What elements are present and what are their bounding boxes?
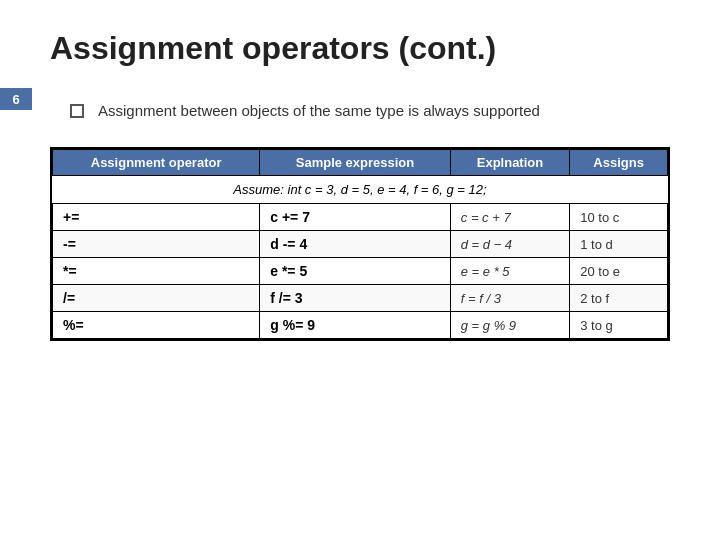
table-row: *=e *= 5e = e * 520 to e xyxy=(53,258,668,285)
slide-title: Assignment operators (cont.) xyxy=(0,0,720,82)
table-row: /=f /= 3f = f / 32 to f xyxy=(53,285,668,312)
table-row: +=c += 7c = c + 710 to c xyxy=(53,204,668,231)
slide-number: 6 xyxy=(0,88,32,110)
table-header-row: Assignment operator Sample expression Ex… xyxy=(53,150,668,176)
cell-sample: d -= 4 xyxy=(260,231,451,258)
table-row: %=g %= 9g = g % 93 to g xyxy=(53,312,668,339)
cell-assigns: 1 to d xyxy=(570,231,668,258)
cell-operator: *= xyxy=(53,258,260,285)
bullet-checkbox xyxy=(70,104,84,118)
table-row: -=d -= 4d = d − 41 to d xyxy=(53,231,668,258)
col-header-assigns: Assigns xyxy=(570,150,668,176)
assume-text: Assume: int c = 3, d = 5, e = 4, f = 6, … xyxy=(53,176,668,204)
bullet-item: Assignment between objects of the same t… xyxy=(70,102,670,119)
cell-explanation: e = e * 5 xyxy=(450,258,569,285)
cell-explanation: c = c + 7 xyxy=(450,204,569,231)
operators-table-container: Assignment operator Sample expression Ex… xyxy=(50,147,670,341)
operators-table: Assignment operator Sample expression Ex… xyxy=(52,149,668,339)
content-area: Assignment between objects of the same t… xyxy=(0,82,720,147)
bullet-text: Assignment between objects of the same t… xyxy=(98,102,540,119)
cell-assigns: 10 to c xyxy=(570,204,668,231)
cell-sample: g %= 9 xyxy=(260,312,451,339)
cell-sample: f /= 3 xyxy=(260,285,451,312)
cell-operator: += xyxy=(53,204,260,231)
cell-explanation: g = g % 9 xyxy=(450,312,569,339)
cell-assigns: 20 to e xyxy=(570,258,668,285)
cell-operator: /= xyxy=(53,285,260,312)
cell-operator: -= xyxy=(53,231,260,258)
assume-row: Assume: int c = 3, d = 5, e = 4, f = 6, … xyxy=(53,176,668,204)
cell-operator: %= xyxy=(53,312,260,339)
col-header-sample: Sample expression xyxy=(260,150,451,176)
col-header-explanation: Explnation xyxy=(450,150,569,176)
cell-assigns: 2 to f xyxy=(570,285,668,312)
col-header-operator: Assignment operator xyxy=(53,150,260,176)
cell-explanation: f = f / 3 xyxy=(450,285,569,312)
slide: Assignment operators (cont.) 6 Assignmen… xyxy=(0,0,720,540)
cell-assigns: 3 to g xyxy=(570,312,668,339)
cell-explanation: d = d − 4 xyxy=(450,231,569,258)
cell-sample: e *= 5 xyxy=(260,258,451,285)
cell-sample: c += 7 xyxy=(260,204,451,231)
